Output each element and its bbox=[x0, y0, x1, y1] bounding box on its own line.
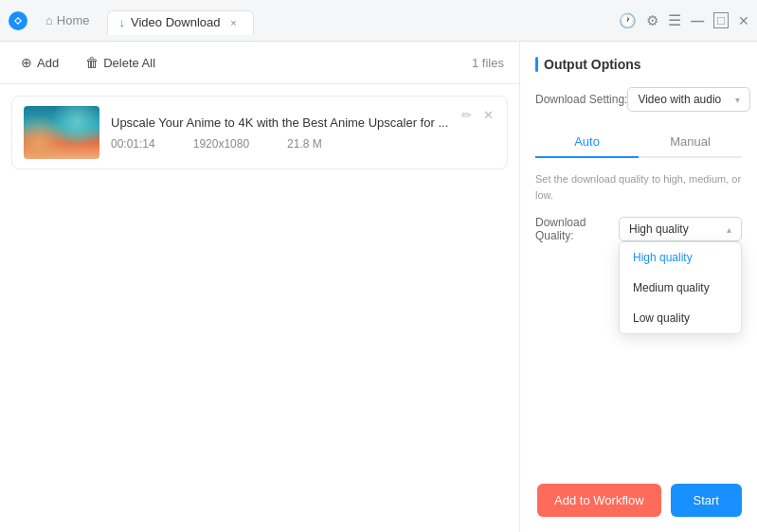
app-logo bbox=[8, 10, 28, 31]
file-meta: 00:01:14 1920x1080 21.8 M bbox=[111, 137, 496, 151]
file-actions: ✏ ✕ bbox=[460, 106, 496, 124]
quality-description: Set the download quality to high, medium… bbox=[535, 171, 742, 203]
file-title: Upscale Your Anime to 4K with the Best A… bbox=[111, 115, 496, 130]
close-tab-button[interactable]: × bbox=[226, 15, 242, 30]
quality-chevron-up-icon: ▴ bbox=[727, 224, 731, 235]
section-title-accent bbox=[535, 57, 538, 72]
file-duration: 00:01:14 bbox=[111, 137, 155, 151]
quality-option-medium[interactable]: Medium quality bbox=[620, 273, 741, 303]
add-to-workflow-button[interactable]: Add to Workflow bbox=[537, 484, 660, 517]
download-icon: ↓ bbox=[119, 15, 126, 29]
left-panel: ⊕ Add 🗑 Delete All 1 files bbox=[0, 42, 520, 532]
active-tab-label: Video Download bbox=[131, 15, 220, 29]
video-download-tab[interactable]: ↓ Video Download × bbox=[107, 10, 254, 35]
file-info: Upscale Your Anime to 4K with the Best A… bbox=[111, 115, 496, 151]
main-content: ⊕ Add 🗑 Delete All 1 files bbox=[0, 42, 757, 532]
file-list: Upscale Your Anime to 4K with the Best A… bbox=[0, 84, 519, 532]
quality-selected-value: High quality bbox=[629, 222, 689, 236]
add-icon: ⊕ bbox=[21, 55, 32, 70]
quality-select-container: High quality ▴ High quality Medium quali… bbox=[619, 217, 742, 241]
section-title-text: Output Options bbox=[544, 57, 641, 72]
setting-chevron-down-icon: ▾ bbox=[735, 95, 740, 105]
download-setting-label: Download Setting: bbox=[535, 93, 627, 106]
download-setting-select[interactable]: Video with audio ▾ bbox=[627, 87, 750, 112]
settings-icon[interactable]: ⚙ bbox=[646, 12, 658, 29]
start-button[interactable]: Start bbox=[671, 484, 742, 517]
home-label: Home bbox=[57, 13, 90, 27]
home-tab[interactable]: ⌂ Home bbox=[34, 9, 101, 31]
title-bar: ⌂ Home ↓ Video Download × 🕐 ⚙ ☰ — □ ✕ bbox=[0, 0, 757, 42]
tab-auto[interactable]: Auto bbox=[535, 127, 639, 158]
add-button[interactable]: ⊕ Add bbox=[15, 51, 64, 74]
quality-dropdown: High quality Medium quality Low quality bbox=[619, 241, 742, 334]
thumbnail-art bbox=[24, 106, 99, 159]
title-bar-left: ⌂ Home ↓ Video Download × bbox=[8, 9, 619, 33]
bottom-actions: Add to Workflow Start bbox=[537, 484, 742, 517]
toolbar: ⊕ Add 🗑 Delete All 1 files bbox=[0, 42, 519, 84]
file-size: 21.8 M bbox=[287, 137, 322, 151]
title-bar-controls: 🕐 ⚙ ☰ — □ ✕ bbox=[619, 11, 749, 29]
svg-point-1 bbox=[16, 19, 20, 23]
trash-icon: 🗑 bbox=[85, 55, 99, 70]
minimize-button[interactable]: — bbox=[691, 13, 704, 28]
quality-select[interactable]: High quality ▴ bbox=[619, 217, 742, 241]
remove-file-button[interactable]: ✕ bbox=[481, 106, 496, 124]
right-panel: Output Options Download Setting: Video w… bbox=[520, 42, 757, 532]
file-thumbnail bbox=[24, 106, 99, 159]
download-setting-row: Download Setting: Video with audio ▾ bbox=[535, 87, 742, 112]
quality-option-low[interactable]: Low quality bbox=[620, 303, 741, 333]
tab-manual[interactable]: Manual bbox=[639, 127, 742, 158]
quality-label: Download Quality: bbox=[535, 216, 619, 242]
delete-label: Delete All bbox=[103, 56, 155, 70]
edit-button[interactable]: ✏ bbox=[460, 106, 474, 124]
download-setting-value: Video with audio bbox=[638, 93, 721, 106]
maximize-button[interactable]: □ bbox=[713, 12, 729, 28]
quality-tabs: Auto Manual bbox=[535, 127, 742, 158]
delete-all-button[interactable]: 🗑 Delete All bbox=[80, 51, 161, 74]
file-item: Upscale Your Anime to 4K with the Best A… bbox=[11, 96, 508, 169]
quality-option-high[interactable]: High quality bbox=[620, 242, 741, 273]
app-close-button[interactable]: ✕ bbox=[738, 13, 749, 28]
file-resolution: 1920x1080 bbox=[193, 137, 249, 151]
home-icon: ⌂ bbox=[45, 13, 53, 27]
file-count: 1 files bbox=[472, 56, 504, 70]
quality-row: Download Quality: High quality ▴ High qu… bbox=[535, 216, 742, 242]
menu-icon[interactable]: ☰ bbox=[668, 11, 681, 29]
add-label: Add bbox=[37, 56, 59, 70]
section-title: Output Options bbox=[535, 57, 742, 72]
history-icon[interactable]: 🕐 bbox=[619, 12, 637, 29]
toolbar-left: ⊕ Add 🗑 Delete All bbox=[15, 51, 161, 74]
